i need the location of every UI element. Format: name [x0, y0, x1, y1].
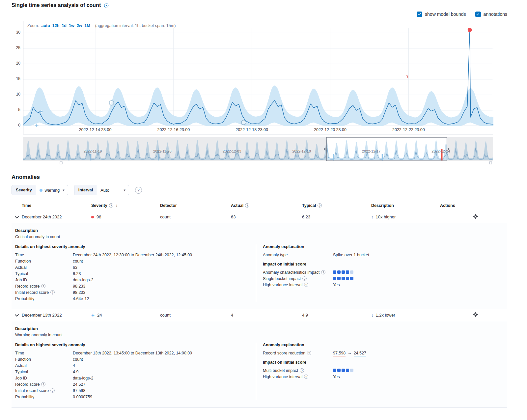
help-icon[interactable]: ?	[41, 382, 45, 386]
description-heading: Description	[15, 326, 499, 331]
zoom-option-1M[interactable]: 1M	[84, 23, 90, 28]
anomaly-point-critical[interactable]	[468, 28, 472, 32]
context-anomaly-mark-warning	[382, 154, 383, 160]
model-plot-circle-marker[interactable]	[241, 120, 246, 125]
x-axis-label: 2022-12-22 23:00	[392, 127, 425, 132]
detail-value: 4.64e-12	[73, 296, 256, 301]
help-icon[interactable]: ?	[41, 284, 45, 288]
impact-heading: Impact on initial score	[263, 262, 499, 266]
detail-value: 4.9	[73, 370, 256, 374]
context-axis-label: 2022-11-19	[84, 149, 102, 153]
help-icon[interactable]: ?	[50, 290, 55, 294]
col-header-typical[interactable]: Typical?	[302, 203, 371, 208]
typical-cell: 4.9	[302, 313, 371, 318]
help-icon[interactable]: ?	[50, 388, 55, 393]
show-model-bounds-checkbox[interactable]: show model bounds	[417, 12, 466, 17]
annotation-brush-handle[interactable]	[60, 162, 62, 164]
interval-filter[interactable]: Interval Auto ▾	[74, 185, 129, 195]
interval-filter-label: Interval	[74, 185, 97, 195]
collapse-row-button[interactable]	[12, 312, 22, 318]
x-axis-label: 2022-12-16 23:00	[157, 127, 190, 132]
actual-cell: 63	[231, 214, 302, 219]
zoom-option-1d[interactable]: 1d	[62, 23, 67, 28]
impact-heading: Impact on initial score	[263, 360, 499, 365]
annotation-brush-handle[interactable]	[489, 162, 492, 164]
detail-row: Job IDdata-logs-2	[15, 375, 256, 381]
time-series-icon	[103, 3, 109, 8]
col-header-actual[interactable]: Actual?	[231, 203, 302, 208]
help-icon[interactable]: ?	[300, 368, 304, 373]
main-chart[interactable]: 2022-12-14 23:002022-12-16 23:002022-12-…	[23, 21, 493, 135]
detail-value: December 13th 2022, 13:45:00 to December…	[73, 351, 256, 355]
help-icon[interactable]: ?	[304, 283, 308, 287]
anomaly-type-row: Anomaly type Spike over 1 bucket	[263, 252, 499, 258]
col-header-detector[interactable]: Detector	[160, 203, 231, 208]
zoom-option-2w[interactable]: 2w	[77, 23, 82, 28]
zoom-option-12h[interactable]: 12h	[52, 23, 60, 28]
multi-bucket-cross-marker[interactable]	[35, 124, 39, 127]
severity-filter-value[interactable]: warning ▾	[36, 185, 68, 195]
anomaly-dash-marker	[407, 75, 407, 78]
anomaly-explanation-block: Anomaly explanation Record score reducti…	[256, 343, 499, 400]
anomalies-table: Time Severity?↓ Detector Actual? Typical…	[12, 200, 507, 407]
detail-row: TimeDecember 13th 2022, 13:45:00 to Dece…	[15, 350, 256, 356]
y-axis-label: 15	[16, 76, 20, 81]
row-actions-gear-button[interactable]	[444, 213, 507, 221]
impact-score-bar	[333, 270, 499, 275]
row-actions-gear-button[interactable]	[444, 311, 507, 319]
detail-row: Initial record score?98.233	[15, 289, 256, 295]
zoom-option-1w[interactable]: 1w	[69, 23, 74, 28]
help-icon[interactable]: ?	[304, 375, 308, 379]
expanded-row-details: Description Warning anomaly in count Det…	[12, 321, 507, 407]
context-axis-label: 2022-12-03	[223, 149, 241, 153]
impact-row: Anomaly characteristics impact?	[263, 269, 499, 275]
detail-row: Record score?98.233	[15, 283, 256, 289]
anomaly-details-block: Details on highest severity anomaly Time…	[15, 244, 256, 302]
col-header-time[interactable]: Time	[22, 203, 91, 208]
detail-row: Typical4.9	[15, 369, 256, 375]
help-icon[interactable]: ?	[245, 203, 249, 208]
table-row[interactable]: December 13th 2022 + 24 count 4 4.9 ↓ 1.…	[12, 309, 507, 321]
x-axis-label: 2022-12-14 23:00	[79, 127, 112, 132]
severity-score: 24	[97, 313, 102, 318]
annotations-label: annotations	[484, 12, 507, 17]
context-chart[interactable]: 2022-11-192022-11-262022-12-032022-12-10…	[23, 137, 493, 165]
context-axis-label: 2022-12-24	[431, 149, 450, 153]
col-header-description[interactable]: Description	[371, 203, 440, 208]
context-axis-label: 2022-12-10	[292, 149, 311, 153]
help-icon[interactable]: ?	[109, 203, 113, 208]
detail-row: Probability4.64e-12	[15, 295, 256, 302]
model-plot-circle-marker[interactable]	[109, 100, 114, 105]
x-axis-label: 2022-12-20 23:00	[314, 127, 347, 132]
anomaly-time: December 24th 2022	[22, 214, 91, 219]
detail-value: 24.527	[73, 382, 256, 387]
help-icon[interactable]: ?	[318, 203, 322, 208]
severity-filter[interactable]: Severity warning ▾	[12, 185, 68, 195]
x-axis-label: 2022-12-18 23:00	[236, 127, 268, 132]
context-axis-label: 2022-12-17	[362, 149, 380, 153]
impact-row: Multi bucket impact?	[263, 367, 499, 374]
help-icon[interactable]: ?	[307, 351, 311, 355]
help-icon[interactable]: ?	[302, 276, 307, 281]
col-header-severity[interactable]: Severity?↓	[91, 203, 160, 208]
annotations-checkbox[interactable]: annotations	[475, 12, 507, 17]
zoom-label: Zoom:	[27, 23, 39, 28]
y-axis-label: 5	[18, 107, 20, 112]
context-chart-panel: 2022-11-192022-11-262022-12-032022-12-10…	[23, 137, 493, 165]
zoom-links: auto12h1d1w2w1M	[41, 23, 90, 28]
interval-help-icon[interactable]: ?	[135, 187, 142, 194]
detail-value: 97.598	[73, 388, 256, 393]
explanation-heading: Anomaly explanation	[263, 244, 499, 249]
zoom-option-auto[interactable]: auto	[41, 23, 50, 28]
explanation-heading: Anomaly explanation	[263, 343, 499, 347]
description-cell: ↓ 1.2x lower	[371, 313, 440, 318]
detail-row: Actual63	[15, 264, 256, 270]
help-icon[interactable]: ?	[321, 270, 325, 274]
arrow-right-icon: →	[347, 351, 352, 355]
main-chart-panel: Zoom: auto12h1d1w2w1M (aggregation inter…	[23, 21, 493, 134]
anomalies-filters: Severity warning ▾ Interval Auto ▾ ?	[12, 185, 507, 195]
y-axis-label: 25	[16, 45, 20, 50]
table-row[interactable]: December 24th 2022 98 count 63 6.23 ↑ 10…	[12, 211, 507, 223]
interval-select[interactable]: Auto ▾	[97, 185, 129, 195]
collapse-row-button[interactable]	[12, 214, 22, 220]
